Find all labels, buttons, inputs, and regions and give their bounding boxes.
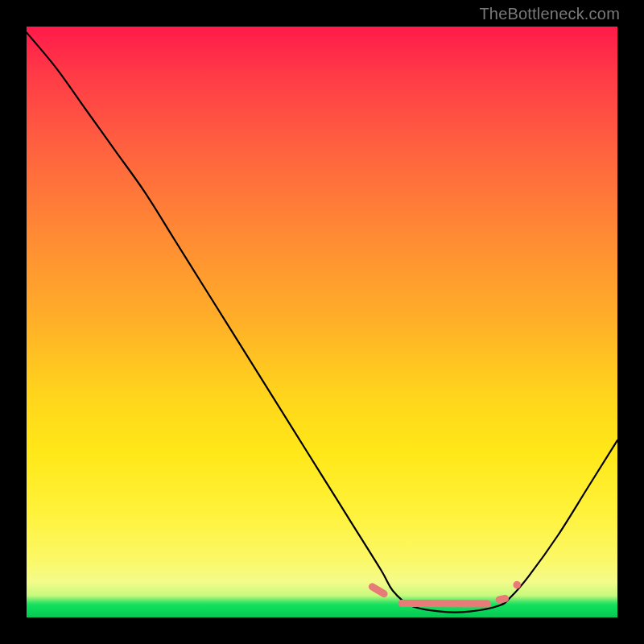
chart-frame: TheBottleneck.com (0, 0, 644, 644)
attribution-text: TheBottleneck.com (479, 5, 620, 23)
plot-area (27, 27, 617, 617)
